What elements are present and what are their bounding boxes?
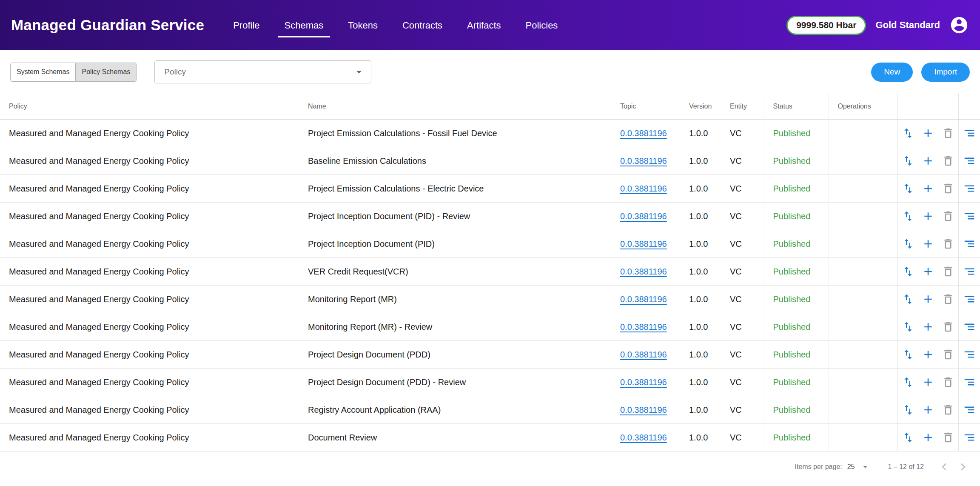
row-operations	[829, 175, 897, 203]
import-export-icon[interactable]	[902, 431, 914, 444]
row-menu-cell	[958, 286, 980, 313]
row-policy: Measured and Managed Energy Cooking Poli…	[0, 258, 299, 286]
chevron-right-icon	[956, 460, 970, 474]
row-operations	[829, 313, 897, 341]
tree-list-icon[interactable]	[963, 320, 976, 333]
row-entity: VC	[721, 369, 764, 396]
add-icon[interactable]	[922, 376, 934, 389]
add-icon[interactable]	[922, 237, 934, 250]
trash-icon[interactable]	[942, 265, 954, 278]
topic-link[interactable]: 0.0.3881196	[620, 212, 667, 221]
trash-icon[interactable]	[942, 320, 954, 333]
topic-link[interactable]: 0.0.3881196	[620, 294, 667, 304]
import-export-icon[interactable]	[902, 293, 914, 306]
avatar[interactable]	[949, 15, 969, 35]
column-header-operations: Operations	[829, 93, 897, 120]
add-icon[interactable]	[922, 403, 934, 416]
add-icon[interactable]	[922, 348, 934, 361]
nav-tab-policies[interactable]: Policies	[519, 13, 565, 37]
import-export-icon[interactable]	[902, 376, 914, 389]
add-icon[interactable]	[922, 210, 934, 223]
import-export-icon[interactable]	[902, 154, 914, 167]
toggle-system-schemas[interactable]: System Schemas	[11, 63, 75, 81]
tree-list-icon[interactable]	[963, 182, 976, 195]
row-name: Project Design Document (PDD)	[299, 341, 611, 369]
topic-link[interactable]: 0.0.3881196	[620, 239, 667, 249]
tree-list-icon[interactable]	[963, 265, 976, 278]
tree-list-icon[interactable]	[963, 376, 976, 389]
import-export-icon[interactable]	[902, 182, 914, 195]
standard-registry-name: Gold Standard	[875, 20, 940, 31]
import-export-icon[interactable]	[902, 237, 914, 250]
new-button[interactable]: New	[871, 63, 913, 82]
tree-list-icon[interactable]	[963, 210, 976, 223]
topic-link[interactable]: 0.0.3881196	[620, 184, 667, 193]
add-icon[interactable]	[922, 154, 934, 167]
topic-link[interactable]: 0.0.3881196	[620, 156, 667, 166]
items-per-page-label: Items per page:	[795, 463, 842, 471]
add-icon[interactable]	[922, 293, 934, 306]
trash-icon[interactable]	[942, 154, 954, 167]
import-export-icon[interactable]	[902, 265, 914, 278]
previous-page-button[interactable]	[935, 457, 954, 476]
row-menu-cell	[958, 424, 980, 452]
import-export-icon[interactable]	[902, 210, 914, 223]
import-button[interactable]: Import	[921, 63, 970, 82]
tree-list-icon[interactable]	[963, 293, 976, 306]
trash-icon[interactable]	[942, 182, 954, 195]
tree-list-icon[interactable]	[963, 348, 976, 361]
row-menu-cell	[958, 120, 980, 147]
trash-icon[interactable]	[942, 210, 954, 223]
trash-icon[interactable]	[942, 403, 954, 416]
add-icon[interactable]	[922, 431, 934, 444]
topic-link[interactable]: 0.0.3881196	[620, 433, 667, 442]
trash-icon[interactable]	[942, 376, 954, 389]
nav-tab-tokens[interactable]: Tokens	[341, 13, 385, 37]
row-operations	[829, 147, 897, 175]
trash-icon[interactable]	[942, 127, 954, 140]
row-topic-cell: 0.0.3881196	[611, 341, 680, 369]
row-actions-cell	[897, 230, 958, 258]
import-export-icon[interactable]	[902, 403, 914, 416]
tree-list-icon[interactable]	[963, 154, 976, 167]
trash-icon[interactable]	[942, 348, 954, 361]
nav-tab-artifacts[interactable]: Artifacts	[460, 13, 507, 37]
schemas-table: Policy Name Topic Version Entity Status …	[0, 93, 980, 452]
tree-list-icon[interactable]	[963, 431, 976, 444]
topic-link[interactable]: 0.0.3881196	[620, 405, 667, 415]
topic-link[interactable]: 0.0.3881196	[620, 377, 667, 387]
items-per-page-select[interactable]: 25	[847, 462, 870, 472]
add-icon[interactable]	[922, 265, 934, 278]
import-export-icon[interactable]	[902, 127, 914, 140]
tree-list-icon[interactable]	[963, 127, 976, 140]
topic-link[interactable]: 0.0.3881196	[620, 322, 667, 332]
row-topic-cell: 0.0.3881196	[611, 203, 680, 230]
policy-filter-select[interactable]: Policy	[154, 60, 371, 83]
column-header-entity: Entity	[721, 93, 764, 120]
nav-tab-contracts[interactable]: Contracts	[396, 13, 449, 37]
add-icon[interactable]	[922, 127, 934, 140]
nav-tab-profile[interactable]: Profile	[226, 13, 266, 37]
row-status: Published	[764, 230, 829, 258]
nav-tab-schemas[interactable]: Schemas	[278, 13, 330, 37]
row-topic-cell: 0.0.3881196	[611, 258, 680, 286]
toolbar: System SchemasPolicy Schemas Policy New …	[0, 60, 980, 83]
row-entity: VC	[721, 396, 764, 424]
topic-link[interactable]: 0.0.3881196	[620, 350, 667, 359]
tree-list-icon[interactable]	[963, 403, 976, 416]
trash-icon[interactable]	[942, 237, 954, 250]
topic-link[interactable]: 0.0.3881196	[620, 267, 667, 276]
trash-icon[interactable]	[942, 431, 954, 444]
table-row: Measured and Managed Energy Cooking Poli…	[0, 341, 980, 369]
add-icon[interactable]	[922, 320, 934, 333]
row-policy: Measured and Managed Energy Cooking Poli…	[0, 175, 299, 203]
next-page-button[interactable]	[954, 457, 972, 476]
toggle-policy-schemas[interactable]: Policy Schemas	[75, 63, 136, 81]
trash-icon[interactable]	[942, 293, 954, 306]
tree-list-icon[interactable]	[963, 237, 976, 250]
row-topic-cell: 0.0.3881196	[611, 369, 680, 396]
add-icon[interactable]	[922, 182, 934, 195]
import-export-icon[interactable]	[902, 348, 914, 361]
topic-link[interactable]: 0.0.3881196	[620, 129, 667, 138]
import-export-icon[interactable]	[902, 320, 914, 333]
